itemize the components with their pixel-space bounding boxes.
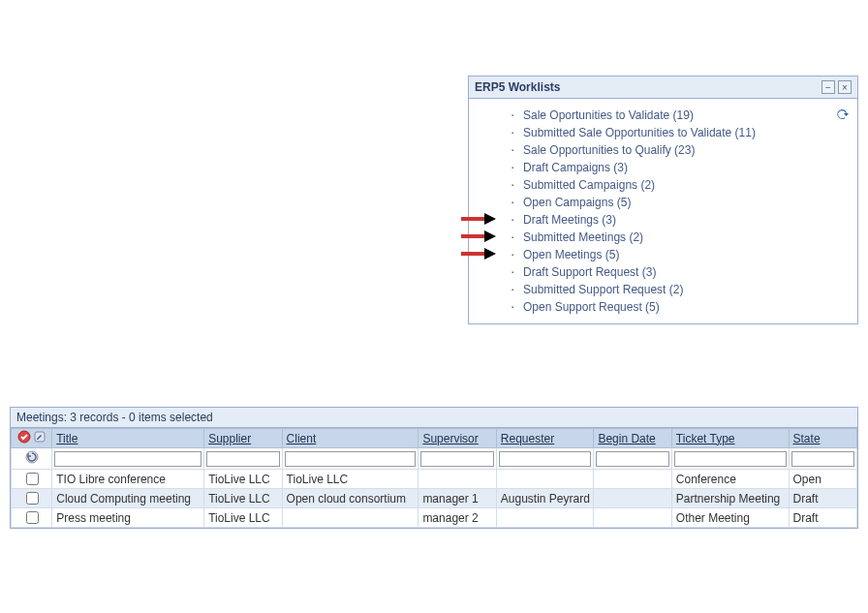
filter-toolbar-cell: [12, 448, 52, 470]
meetings-table: Title Supplier Client Supervisor Request…: [11, 428, 857, 528]
worklist-link[interactable]: Submitted Campaigns (2): [523, 178, 655, 192]
worklist-link[interactable]: Sale Opportunities to Qualify (23): [523, 143, 695, 157]
filter-begin-date[interactable]: [596, 451, 668, 467]
worklist-item: Open Meetings (5): [508, 246, 850, 263]
worklist-item: Draft Support Request (3): [508, 263, 850, 281]
arrow-icon: [461, 248, 496, 260]
worklist-item: Submitted Support Request (2): [508, 281, 850, 298]
filter-supplier[interactable]: [206, 451, 279, 467]
worklist-link[interactable]: Open Support Request (5): [523, 300, 660, 314]
col-requester[interactable]: Requester: [501, 432, 554, 445]
cell-begin_date: [594, 470, 671, 489]
worklist-item: Submitted Campaigns (2): [508, 176, 850, 194]
header-toolbar-cell: [12, 429, 52, 448]
row-checkbox-cell: [12, 508, 52, 528]
row-checkbox[interactable]: [26, 473, 39, 485]
worklists-header-buttons: − ×: [822, 80, 852, 94]
filter-supervisor[interactable]: [420, 451, 493, 467]
cell-title: TIO Libre conference: [52, 470, 204, 489]
table-row[interactable]: TIO Libre conferenceTioLive LLCTioLive L…: [12, 470, 857, 489]
table-header-row: Title Supplier Client Supervisor Request…: [12, 429, 857, 448]
worklist-link[interactable]: Draft Campaigns (3): [523, 161, 628, 174]
worklist-item: Sale Opportunities to Qualify (23): [508, 141, 850, 159]
meetings-table-section: Meetings: 3 records - 0 items selected T…: [10, 407, 858, 529]
worklist-link[interactable]: Sale Oportunities to Validate (19): [523, 108, 694, 122]
col-client[interactable]: Client: [287, 432, 317, 445]
cell-supplier: TioLive LLC: [204, 489, 282, 508]
worklist-item: Sale Oportunities to Validate (19): [508, 107, 850, 124]
worklists-header: ERP5 Worklists − ×: [469, 77, 857, 99]
cell-client: [282, 508, 418, 528]
cell-supervisor: manager 1: [418, 489, 496, 508]
col-ticket-type[interactable]: Ticket Type: [676, 432, 735, 445]
worklists-list: Sale Oportunities to Validate (19)Submit…: [508, 107, 850, 316]
worklist-link[interactable]: Draft Support Request (3): [523, 265, 656, 279]
worklist-link[interactable]: Submitted Sale Opportunities to Validate…: [523, 126, 756, 139]
col-supervisor[interactable]: Supervisor: [422, 432, 478, 445]
worklists-body: Sale Oportunities to Validate (19)Submit…: [469, 99, 857, 323]
worklists-title: ERP5 Worklists: [475, 80, 560, 94]
edit-icon[interactable]: [33, 430, 46, 446]
cell-state: Draft: [789, 489, 856, 508]
filter-ticket-type[interactable]: [674, 451, 787, 467]
worklist-item: Submitted Sale Opportunities to Validate…: [508, 124, 850, 141]
col-state[interactable]: State: [793, 432, 821, 445]
cell-client: Open cloud consortium: [282, 489, 418, 508]
worklist-link[interactable]: Open Campaigns (5): [523, 196, 631, 209]
filter-client[interactable]: [285, 451, 417, 467]
row-checkbox[interactable]: [26, 492, 39, 505]
cell-ticket_type: Conference: [671, 470, 789, 489]
row-checkbox-cell: [12, 470, 52, 489]
worklist-item: Open Support Request (5): [508, 298, 850, 316]
svg-marker-3: [484, 230, 496, 242]
arrow-icon: [461, 230, 496, 242]
arrow-icon: [461, 213, 496, 225]
cell-supplier: TioLive LLC: [204, 470, 282, 489]
reset-icon[interactable]: [24, 449, 40, 468]
cell-title: Cloud Computing meeting: [52, 489, 204, 508]
cell-begin_date: [594, 489, 671, 508]
filter-row: [12, 448, 857, 470]
svg-marker-5: [484, 248, 496, 260]
row-checkbox-cell: [12, 489, 52, 508]
worklists-gadget: ERP5 Worklists − × Sale Oportunities to …: [468, 76, 858, 324]
filter-title[interactable]: [54, 451, 202, 467]
worklist-item: Submitted Meetings (2): [508, 229, 850, 246]
cell-supplier: TioLive LLC: [204, 508, 282, 528]
worklist-item: Draft Meetings (3): [508, 211, 850, 229]
cell-supervisor: manager 2: [418, 508, 496, 528]
worklist-link[interactable]: Open Meetings (5): [523, 248, 619, 261]
cell-supervisor: [418, 470, 496, 489]
table-row[interactable]: Cloud Computing meetingTioLive LLCOpen c…: [12, 489, 857, 508]
validate-icon[interactable]: [17, 430, 31, 446]
cell-ticket_type: Partnership Meeting: [671, 489, 789, 508]
worklist-link[interactable]: Draft Meetings (3): [523, 213, 616, 227]
filter-requester[interactable]: [499, 451, 592, 467]
filter-state[interactable]: [791, 451, 854, 467]
close-icon[interactable]: ×: [838, 80, 852, 94]
table-caption: Meetings: 3 records - 0 items selected: [11, 408, 857, 428]
row-checkbox[interactable]: [26, 511, 39, 524]
cell-state: Open: [789, 470, 856, 489]
cell-requester: [496, 470, 594, 489]
cell-ticket_type: Other Meeting: [671, 508, 789, 528]
svg-marker-1: [484, 213, 496, 225]
cell-title: Press meeting: [52, 508, 204, 528]
worklist-item: Draft Campaigns (3): [508, 159, 850, 176]
cell-state: Draft: [789, 508, 856, 528]
cell-requester: Augustin Peyrard: [496, 489, 594, 508]
table-row[interactable]: Press meetingTioLive LLCmanager 2Other M…: [12, 508, 857, 528]
minimize-icon[interactable]: −: [822, 80, 835, 94]
worklist-item: Open Campaigns (5): [508, 194, 850, 211]
cell-requester: [496, 508, 594, 528]
worklist-link[interactable]: Submitted Meetings (2): [523, 230, 643, 244]
col-begin-date[interactable]: Begin Date: [598, 432, 655, 445]
col-supplier[interactable]: Supplier: [208, 432, 251, 445]
col-title[interactable]: Title: [56, 432, 78, 445]
cell-begin_date: [594, 508, 671, 528]
cell-client: TioLive LLC: [282, 470, 418, 489]
worklist-link[interactable]: Submitted Support Request (2): [523, 283, 683, 296]
